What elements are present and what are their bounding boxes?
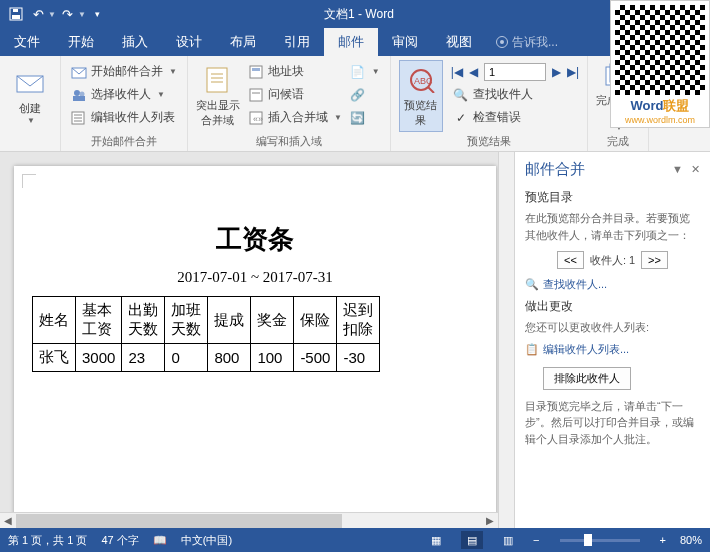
undo-icon[interactable]: ↶ <box>28 4 48 24</box>
language-indicator[interactable]: 中文(中国) <box>181 533 232 548</box>
ribbon-tabs: 文件 开始 插入 设计 布局 引用 邮件 审阅 视图 告诉我... <box>0 28 710 56</box>
doc-title: 工资条 <box>32 222 478 257</box>
prev-recipient-button[interactable]: << <box>557 251 584 269</box>
tab-design[interactable]: 设计 <box>162 28 216 56</box>
last-record-button[interactable]: ▶| <box>567 65 579 79</box>
svg-rect-16 <box>250 66 262 78</box>
web-layout-button[interactable]: ▥ <box>497 531 519 549</box>
chevron-down-icon: ▼ <box>27 116 35 125</box>
th-base: 基本 工资 <box>76 297 122 344</box>
svg-rect-18 <box>250 89 262 101</box>
record-nav: |◀ ◀ ▶ ▶| <box>451 60 579 83</box>
tab-mailings[interactable]: 邮件 <box>324 28 378 56</box>
address-block-button[interactable]: 地址块 <box>246 60 344 83</box>
zoom-out-button[interactable]: − <box>533 534 539 546</box>
spell-check-icon[interactable]: 📖 <box>153 534 167 547</box>
horizontal-scrollbar[interactable]: ◀ ▶ <box>0 512 498 528</box>
tell-me[interactable]: 告诉我... <box>486 28 568 56</box>
section-preview: 预览目录 <box>525 189 700 206</box>
th-bonus: 奖金 <box>251 297 294 344</box>
zoom-in-button[interactable]: + <box>660 534 666 546</box>
tab-layout[interactable]: 布局 <box>216 28 270 56</box>
insert-merge-field-button[interactable]: «»插入合并域▼ <box>246 106 344 129</box>
group-create: 创建 ▼ <box>0 56 61 151</box>
doc-subtitle: 2017-07-01 ~ 2017-07-31 <box>32 269 478 286</box>
tab-file[interactable]: 文件 <box>0 28 54 56</box>
edit-recipient-list-button[interactable]: 编辑收件人列表 <box>69 106 179 129</box>
th-name: 姓名 <box>33 297 76 344</box>
svg-rect-17 <box>252 68 260 71</box>
match-icon: 🔗 <box>350 87 366 103</box>
lightbulb-icon <box>496 36 508 48</box>
tab-view[interactable]: 视图 <box>432 28 486 56</box>
tab-review[interactable]: 审阅 <box>378 28 432 56</box>
highlight-merge-fields-button[interactable]: 突出显示 合并域 <box>196 60 240 132</box>
redo-icon[interactable]: ↷ <box>58 4 78 24</box>
select-recipients-button[interactable]: 选择收件人▼ <box>69 83 179 106</box>
scroll-right-button[interactable]: ▶ <box>482 513 498 529</box>
match-fields-button[interactable]: 🔗 <box>348 83 382 106</box>
group-preview: ABC 预览结果 |◀ ◀ ▶ ▶| 🔍查找收件人 ✓检查错误 预览结果 <box>391 56 588 151</box>
scroll-track[interactable] <box>16 513 482 529</box>
document-area[interactable]: 工资条 2017-07-01 ~ 2017-07-31 姓名 基本 工资 出勤 … <box>0 152 498 528</box>
preview-icon: ABC <box>405 64 437 96</box>
update-icon: 🔄 <box>350 110 366 126</box>
word-count[interactable]: 47 个字 <box>101 533 138 548</box>
check-errors-button[interactable]: ✓检查错误 <box>451 106 579 129</box>
panel-dropdown-icon[interactable]: ▼ <box>672 163 683 176</box>
tab-references[interactable]: 引用 <box>270 28 324 56</box>
group-start-merge: 开始邮件合并▼ 选择收件人▼ 编辑收件人列表 开始邮件合并 <box>61 56 188 151</box>
rules-button[interactable]: 📄▼ <box>348 60 382 83</box>
tab-insert[interactable]: 插入 <box>108 28 162 56</box>
undo-dropdown-icon[interactable]: ▼ <box>48 10 56 19</box>
exclude-recipient-button[interactable]: 排除此收件人 <box>543 367 631 390</box>
update-labels-button[interactable]: 🔄 <box>348 106 382 129</box>
greeting-icon <box>248 87 264 103</box>
scroll-left-button[interactable]: ◀ <box>0 513 16 529</box>
find-recipient-link[interactable]: 🔍查找收件人... <box>525 277 700 292</box>
th-ins: 保险 <box>294 297 337 344</box>
changes-help-text: 您还可以更改收件人列表: <box>525 319 700 336</box>
create-button[interactable]: 创建 ▼ <box>8 60 52 132</box>
zoom-level[interactable]: 80% <box>680 534 702 546</box>
vertical-scrollbar[interactable] <box>498 152 514 528</box>
first-record-button[interactable]: |◀ <box>451 65 463 79</box>
start-mail-merge-button[interactable]: 开始邮件合并▼ <box>69 60 179 83</box>
preview-results-button[interactable]: ABC 预览结果 <box>399 60 443 132</box>
svg-point-5 <box>74 90 80 96</box>
finish-help-text: 目录预览完毕之后，请单击“下一步”。然后可以打印合并目录，或编辑个人目录添加个人… <box>525 398 700 448</box>
group-write-insert: 突出显示 合并域 地址块 问候语 «»插入合并域▼ 📄▼ 🔗 🔄 编写和插入域 <box>188 56 391 151</box>
qat-customize-icon[interactable]: ▾ <box>88 4 108 24</box>
group-label: 完成 <box>588 134 648 149</box>
print-layout-button[interactable]: ▤ <box>461 531 483 549</box>
find-recipient-button[interactable]: 🔍查找收件人 <box>451 83 579 106</box>
edit-recipient-list-link[interactable]: 📋编辑收件人列表... <box>525 342 700 357</box>
scroll-thumb[interactable] <box>16 514 342 528</box>
status-bar: 第 1 页，共 1 页 47 个字 📖 中文(中国) ▦ ▤ ▥ − + 80% <box>0 528 710 552</box>
search-icon: 🔍 <box>453 87 469 103</box>
greeting-line-button[interactable]: 问候语 <box>246 83 344 106</box>
next-record-button[interactable]: ▶ <box>552 65 561 79</box>
table-row: 张飞 3000 23 0 800 100 -500 -30 <box>33 344 380 372</box>
read-mode-button[interactable]: ▦ <box>425 531 447 549</box>
redo-dropdown-icon[interactable]: ▼ <box>78 10 86 19</box>
zoom-slider[interactable] <box>560 539 640 542</box>
svg-point-6 <box>80 91 85 96</box>
panel-title: 邮件合并 ▼✕ <box>525 160 700 179</box>
recipient-nav: << 收件人: 1 >> <box>525 251 700 269</box>
svg-rect-1 <box>12 15 20 19</box>
prev-record-button[interactable]: ◀ <box>469 65 478 79</box>
tab-home[interactable]: 开始 <box>54 28 108 56</box>
record-number-input[interactable] <box>484 63 546 81</box>
next-recipient-button[interactable]: >> <box>641 251 668 269</box>
save-icon[interactable] <box>6 4 26 24</box>
zoom-thumb[interactable] <box>584 534 592 546</box>
panel-close-icon[interactable]: ✕ <box>691 163 700 176</box>
ribbon: 创建 ▼ 开始邮件合并▼ 选择收件人▼ 编辑收件人列表 开始邮件合并 突出显示 … <box>0 56 710 152</box>
insert-field-icon: «» <box>248 110 264 126</box>
page-indicator[interactable]: 第 1 页，共 1 页 <box>8 533 87 548</box>
th-ot: 加班 天数 <box>165 297 208 344</box>
svg-text:ABC: ABC <box>414 76 433 86</box>
rules-icon: 📄 <box>350 64 366 80</box>
th-late: 迟到 扣除 <box>337 297 380 344</box>
